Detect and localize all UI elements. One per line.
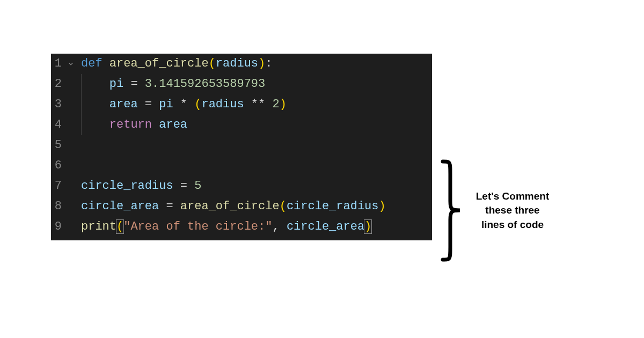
code-line[interactable]: area = pi * (radius ** 2) [81,94,432,115]
code-line[interactable]: circle_radius = 5 [81,176,432,196]
fold-gutter [64,54,78,240]
line-number: 1 [51,54,62,74]
operator: = [138,98,159,111]
curly-brace-icon [440,158,463,263]
operator: = [173,179,195,193]
line-number-gutter: 1 2 3 4 5 6 7 8 9 [51,54,64,240]
keyword-return: return [109,118,152,131]
operator: * [173,98,195,111]
variable: area [159,118,187,131]
variable: circle_radius [81,179,173,193]
paren: ) [280,98,287,111]
paren: ) [379,200,386,213]
number-literal: 3.141592653589793 [145,77,265,91]
function-call: print [81,220,116,233]
operator: ** [244,98,273,111]
code-line[interactable]: pi = 3.141592653589793 [81,74,432,94]
annotation-line: lines of code [470,218,555,232]
variable: pi [159,98,173,111]
code-line[interactable]: print("Area of the circle:", circle_area… [81,217,432,237]
code-editor[interactable]: 1 2 3 4 5 6 7 8 9 def area_of_circle(rad… [51,54,432,240]
annotation-line: these three [470,203,555,218]
variable: circle_radius [287,200,379,213]
colon: : [265,57,272,70]
operator: = [123,77,145,91]
line-number: 9 [51,217,62,237]
paren: ) [258,57,265,70]
annotation-line: Let's Comment [470,189,555,204]
function-name: area_of_circle [109,57,209,70]
line-number: 6 [51,156,62,176]
line-number: 2 [51,74,62,94]
paren: ( [280,200,287,213]
line-number: 8 [51,196,62,217]
line-number: 5 [51,135,62,156]
paren: ( [194,98,201,111]
variable: circle_area [81,200,159,213]
fold-chevron-icon[interactable] [64,54,78,74]
code-line[interactable] [81,135,432,156]
annotation-text: Let's Comment these three lines of code [470,189,555,232]
variable: area [109,98,138,111]
paren-matched: ( [116,219,124,234]
operator: = [159,200,180,213]
annotation-callout: Let's Comment these three lines of code [440,158,555,263]
line-number: 3 [51,94,62,115]
variable: pi [109,77,123,91]
string-literal: "Area of the circle:" [123,220,272,233]
code-line[interactable]: circle_area = area_of_circle(circle_radi… [81,196,432,217]
number-literal: 2 [272,98,279,111]
number-literal: 5 [194,179,201,193]
variable: radius [201,98,244,111]
paren: ( [209,57,216,70]
function-call: area_of_circle [180,200,280,213]
paren-matched: ) [364,219,372,234]
code-line[interactable]: def area_of_circle(radius): [81,54,432,74]
variable: circle_area [287,220,364,233]
code-line[interactable]: return area [81,115,432,135]
parameter: radius [216,57,258,70]
code-line[interactable] [81,156,432,176]
code-area[interactable]: def area_of_circle(radius): pi = 3.14159… [78,54,432,240]
comma: , [272,220,286,233]
editor-with-annotation: 1 2 3 4 5 6 7 8 9 def area_of_circle(rad… [51,54,555,263]
line-number: 7 [51,176,62,196]
line-number: 4 [51,115,62,135]
keyword-def: def [81,57,103,70]
